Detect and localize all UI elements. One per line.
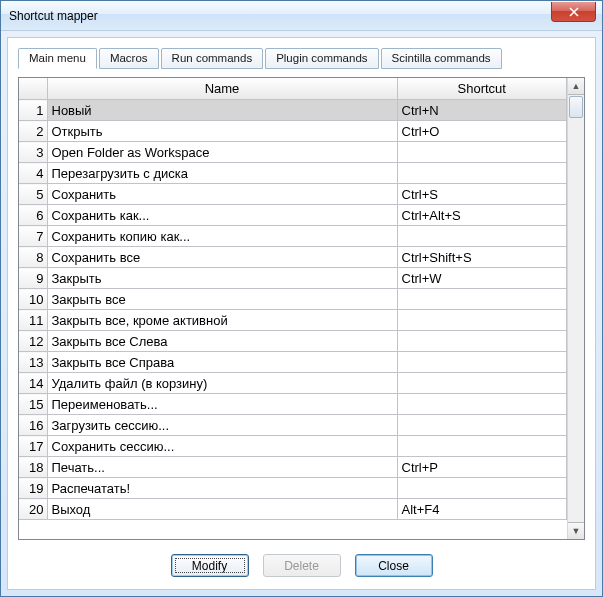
row-number-cell[interactable]: 4 — [19, 163, 47, 184]
table-row[interactable]: 20ВыходAlt+F4 — [19, 499, 567, 520]
shortcut-cell[interactable]: Ctrl+O — [397, 121, 567, 142]
shortcut-cell[interactable]: Ctrl+S — [397, 184, 567, 205]
name-cell[interactable]: Выход — [47, 499, 397, 520]
scroll-up-arrow-icon[interactable]: ▲ — [568, 78, 584, 95]
row-number-header[interactable] — [19, 78, 47, 100]
name-cell[interactable]: Перезагрузить с диска — [47, 163, 397, 184]
row-number-cell[interactable]: 18 — [19, 457, 47, 478]
delete-button-label: Delete — [284, 559, 319, 573]
scroll-down-arrow-icon[interactable]: ▼ — [568, 522, 584, 539]
name-cell[interactable]: Печать... — [47, 457, 397, 478]
window-close-button[interactable] — [551, 2, 596, 22]
name-cell[interactable]: Сохранить — [47, 184, 397, 205]
name-cell[interactable]: Закрыть все Слева — [47, 331, 397, 352]
row-number-cell[interactable]: 19 — [19, 478, 47, 499]
shortcut-cell[interactable]: Ctrl+Alt+S — [397, 205, 567, 226]
table-row[interactable]: 17Сохранить сессию... — [19, 436, 567, 457]
column-header-name[interactable]: Name — [47, 78, 397, 100]
tab-main-menu[interactable]: Main menu — [18, 48, 97, 69]
shortcut-cell[interactable] — [397, 226, 567, 247]
name-cell[interactable]: Открыть — [47, 121, 397, 142]
row-number-cell[interactable]: 11 — [19, 310, 47, 331]
tab-macros[interactable]: Macros — [99, 48, 159, 69]
table-row[interactable]: 19Распечатать! — [19, 478, 567, 499]
table-row[interactable]: 13Закрыть все Справа — [19, 352, 567, 373]
row-number-cell[interactable]: 9 — [19, 268, 47, 289]
name-cell[interactable]: Сохранить сессию... — [47, 436, 397, 457]
shortcut-cell[interactable]: Alt+F4 — [397, 499, 567, 520]
shortcut-cell[interactable] — [397, 142, 567, 163]
row-number-cell[interactable]: 15 — [19, 394, 47, 415]
row-number-cell[interactable]: 20 — [19, 499, 47, 520]
shortcut-cell[interactable] — [397, 163, 567, 184]
row-number-cell[interactable]: 2 — [19, 121, 47, 142]
table-row[interactable]: 4Перезагрузить с диска — [19, 163, 567, 184]
shortcut-cell[interactable]: Ctrl+N — [397, 100, 567, 121]
table-row[interactable]: 18Печать...Ctrl+P — [19, 457, 567, 478]
table-row[interactable]: 12Закрыть все Слева — [19, 331, 567, 352]
table-row[interactable]: 8Сохранить всеCtrl+Shift+S — [19, 247, 567, 268]
table-row[interactable]: 15Переименовать... — [19, 394, 567, 415]
table-row[interactable]: 9ЗакрытьCtrl+W — [19, 268, 567, 289]
name-cell[interactable]: Закрыть все — [47, 289, 397, 310]
scroll-thumb[interactable] — [569, 96, 583, 118]
table-row[interactable]: 11Закрыть все, кроме активной — [19, 310, 567, 331]
name-cell[interactable]: Удалить файл (в корзину) — [47, 373, 397, 394]
shortcut-cell[interactable] — [397, 352, 567, 373]
name-cell[interactable]: Сохранить копию как... — [47, 226, 397, 247]
row-number-cell[interactable]: 13 — [19, 352, 47, 373]
table-row[interactable]: 3Open Folder as Workspace — [19, 142, 567, 163]
row-number-cell[interactable]: 16 — [19, 415, 47, 436]
window-title: Shortcut mapper — [9, 9, 98, 23]
tab-plugin-commands[interactable]: Plugin commands — [265, 48, 378, 69]
table-row[interactable]: 7Сохранить копию как... — [19, 226, 567, 247]
shortcut-cell[interactable]: Ctrl+Shift+S — [397, 247, 567, 268]
table-row[interactable]: 5СохранитьCtrl+S — [19, 184, 567, 205]
column-header-shortcut[interactable]: Shortcut — [397, 78, 567, 100]
name-cell[interactable]: Закрыть все, кроме активной — [47, 310, 397, 331]
modify-button[interactable]: Modify — [171, 554, 249, 577]
name-cell[interactable]: Новый — [47, 100, 397, 121]
row-number-cell[interactable]: 7 — [19, 226, 47, 247]
modify-button-label: Modify — [192, 559, 227, 573]
shortcut-cell[interactable]: Ctrl+P — [397, 457, 567, 478]
shortcut-cell[interactable]: Ctrl+W — [397, 268, 567, 289]
row-number-cell[interactable]: 5 — [19, 184, 47, 205]
shortcut-cell[interactable] — [397, 436, 567, 457]
name-cell[interactable]: Распечатать! — [47, 478, 397, 499]
row-number-cell[interactable]: 3 — [19, 142, 47, 163]
table-row[interactable]: 14Удалить файл (в корзину) — [19, 373, 567, 394]
tab-scintilla-commands[interactable]: Scintilla commands — [381, 48, 502, 69]
name-cell[interactable]: Сохранить как... — [47, 205, 397, 226]
table-row[interactable]: 10Закрыть все — [19, 289, 567, 310]
name-cell[interactable]: Загрузить сессию... — [47, 415, 397, 436]
row-number-cell[interactable]: 17 — [19, 436, 47, 457]
shortcut-cell[interactable] — [397, 415, 567, 436]
close-button[interactable]: Close — [355, 554, 433, 577]
shortcut-cell[interactable] — [397, 478, 567, 499]
vertical-scrollbar[interactable]: ▲ ▼ — [567, 78, 584, 539]
shortcut-cell[interactable] — [397, 289, 567, 310]
close-button-label: Close — [378, 559, 409, 573]
row-number-cell[interactable]: 10 — [19, 289, 47, 310]
name-cell[interactable]: Сохранить все — [47, 247, 397, 268]
table-row[interactable]: 16Загрузить сессию... — [19, 415, 567, 436]
table-row[interactable]: 2ОткрытьCtrl+O — [19, 121, 567, 142]
row-number-cell[interactable]: 1 — [19, 100, 47, 121]
scroll-track[interactable] — [568, 95, 584, 522]
shortcut-cell[interactable] — [397, 331, 567, 352]
tab-run-commands[interactable]: Run commands — [161, 48, 264, 69]
row-number-cell[interactable]: 12 — [19, 331, 47, 352]
name-cell[interactable]: Закрыть — [47, 268, 397, 289]
row-number-cell[interactable]: 8 — [19, 247, 47, 268]
table-row[interactable]: 1НовыйCtrl+N — [19, 100, 567, 121]
name-cell[interactable]: Закрыть все Справа — [47, 352, 397, 373]
row-number-cell[interactable]: 6 — [19, 205, 47, 226]
table-row[interactable]: 6Сохранить как...Ctrl+Alt+S — [19, 205, 567, 226]
name-cell[interactable]: Переименовать... — [47, 394, 397, 415]
shortcut-cell[interactable] — [397, 310, 567, 331]
name-cell[interactable]: Open Folder as Workspace — [47, 142, 397, 163]
shortcut-cell[interactable] — [397, 394, 567, 415]
row-number-cell[interactable]: 14 — [19, 373, 47, 394]
shortcut-cell[interactable] — [397, 373, 567, 394]
